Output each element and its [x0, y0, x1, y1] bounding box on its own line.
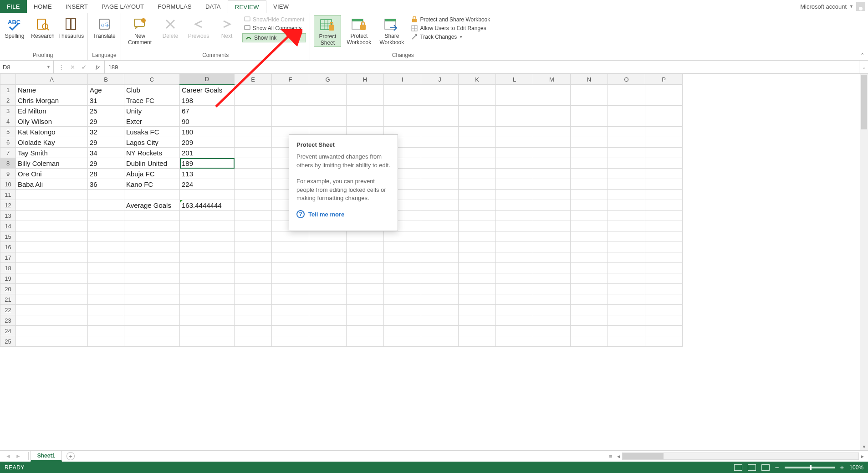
cell-E19[interactable]	[235, 273, 272, 284]
prev-sheet-icon[interactable]: ◄	[5, 453, 11, 459]
cell-K25[interactable]	[459, 336, 496, 347]
row-header-20[interactable]: 20	[0, 284, 16, 294]
cell-M19[interactable]	[533, 273, 571, 284]
cell-N22[interactable]	[571, 305, 608, 315]
zoom-slider[interactable]	[785, 467, 835, 468]
cell-K4[interactable]	[459, 116, 496, 127]
cell-K2[interactable]	[459, 95, 496, 106]
cell-A10[interactable]: Baba Ali	[16, 179, 88, 190]
cell-B5[interactable]: 32	[88, 127, 124, 137]
show-hide-comment-button[interactable]: Show/Hide Comment	[242, 16, 306, 23]
cell-A19[interactable]	[16, 273, 88, 284]
cell-E18[interactable]	[235, 263, 272, 273]
cell-C9[interactable]: Abuja FC	[124, 169, 180, 179]
cell-A16[interactable]	[16, 242, 88, 252]
cell-B21[interactable]	[88, 294, 124, 305]
cell-F25[interactable]	[272, 336, 309, 347]
column-header-H[interactable]: H	[347, 74, 384, 85]
cell-J5[interactable]	[421, 127, 459, 137]
column-header-M[interactable]: M	[533, 74, 571, 85]
cell-B9[interactable]: 28	[88, 169, 124, 179]
row-header-16[interactable]: 16	[0, 242, 16, 252]
cell-N19[interactable]	[571, 273, 608, 284]
cell-O22[interactable]	[608, 305, 645, 315]
cell-I3[interactable]	[384, 106, 421, 116]
cell-J10[interactable]	[421, 179, 459, 190]
cell-L21[interactable]	[496, 294, 533, 305]
track-changes-button[interactable]: Track Changes ▼	[409, 33, 492, 41]
cell-C17[interactable]	[124, 252, 180, 263]
cell-M15[interactable]	[533, 231, 571, 242]
cell-D6[interactable]: 209	[180, 137, 235, 148]
cell-N5[interactable]	[571, 127, 608, 137]
cell-I15[interactable]	[384, 231, 421, 242]
cell-H24[interactable]	[347, 326, 384, 336]
enter-formula-icon[interactable]: ✔	[82, 64, 87, 71]
cell-H25[interactable]	[347, 336, 384, 347]
cell-E16[interactable]	[235, 242, 272, 252]
cell-K6[interactable]	[459, 137, 496, 148]
scrollbar-thumb[interactable]	[861, 75, 867, 129]
cell-F19[interactable]	[272, 273, 309, 284]
cell-F2[interactable]	[272, 95, 309, 106]
sheet-tab-sheet1[interactable]: Sheet1	[31, 451, 62, 462]
cell-B25[interactable]	[88, 336, 124, 347]
cell-N1[interactable]	[571, 85, 608, 95]
cell-M2[interactable]	[533, 95, 571, 106]
cell-C4[interactable]: Exter	[124, 116, 180, 127]
cell-G24[interactable]	[309, 326, 347, 336]
cell-A11[interactable]	[16, 190, 88, 200]
cell-A18[interactable]	[16, 263, 88, 273]
row-header-7[interactable]: 7	[0, 148, 16, 158]
share-workbook-button[interactable]: Share Workbook	[377, 15, 407, 46]
cell-L18[interactable]	[496, 263, 533, 273]
cell-M8[interactable]	[533, 158, 571, 169]
cell-L3[interactable]	[496, 106, 533, 116]
cell-F21[interactable]	[272, 294, 309, 305]
cell-B3[interactable]: 25	[88, 106, 124, 116]
cell-J15[interactable]	[421, 231, 459, 242]
fx-icon[interactable]: fx	[96, 63, 100, 71]
cell-E21[interactable]	[235, 294, 272, 305]
cell-K7[interactable]	[459, 148, 496, 158]
cell-C18[interactable]	[124, 263, 180, 273]
cancel-formula-icon[interactable]: ✕	[70, 64, 75, 71]
cell-C24[interactable]	[124, 326, 180, 336]
cell-B15[interactable]	[88, 231, 124, 242]
cell-P8[interactable]	[645, 158, 683, 169]
cell-M16[interactable]	[533, 242, 571, 252]
cell-N21[interactable]	[571, 294, 608, 305]
cell-L20[interactable]	[496, 284, 533, 294]
cell-M3[interactable]	[533, 106, 571, 116]
cell-K19[interactable]	[459, 273, 496, 284]
scroll-down-icon[interactable]: ▼	[860, 443, 868, 450]
cell-O12[interactable]	[608, 200, 645, 211]
row-header-15[interactable]: 15	[0, 231, 16, 242]
cell-B2[interactable]: 31	[88, 95, 124, 106]
cell-O19[interactable]	[608, 273, 645, 284]
column-header-L[interactable]: L	[496, 74, 533, 85]
cell-A8[interactable]: Billy Coleman	[16, 158, 88, 169]
cell-C13[interactable]	[124, 211, 180, 221]
cell-G1[interactable]	[309, 85, 347, 95]
cell-P2[interactable]	[645, 95, 683, 106]
cell-J24[interactable]	[421, 326, 459, 336]
cell-N11[interactable]	[571, 190, 608, 200]
cell-I24[interactable]	[384, 326, 421, 336]
cell-J21[interactable]	[421, 294, 459, 305]
cell-B23[interactable]	[88, 315, 124, 326]
cell-P17[interactable]	[645, 252, 683, 263]
cell-K17[interactable]	[459, 252, 496, 263]
cell-J1[interactable]	[421, 85, 459, 95]
cell-F23[interactable]	[272, 315, 309, 326]
cell-A7[interactable]: Tay Smith	[16, 148, 88, 158]
cell-M5[interactable]	[533, 127, 571, 137]
cell-F15[interactable]	[272, 231, 309, 242]
row-header-13[interactable]: 13	[0, 211, 16, 221]
tab-page-layout[interactable]: PAGE LAYOUT	[95, 0, 151, 13]
cell-O4[interactable]	[608, 116, 645, 127]
cell-J18[interactable]	[421, 263, 459, 273]
cell-H21[interactable]	[347, 294, 384, 305]
cell-D2[interactable]: 198	[180, 95, 235, 106]
account-label[interactable]: Microsoft account	[800, 3, 847, 10]
